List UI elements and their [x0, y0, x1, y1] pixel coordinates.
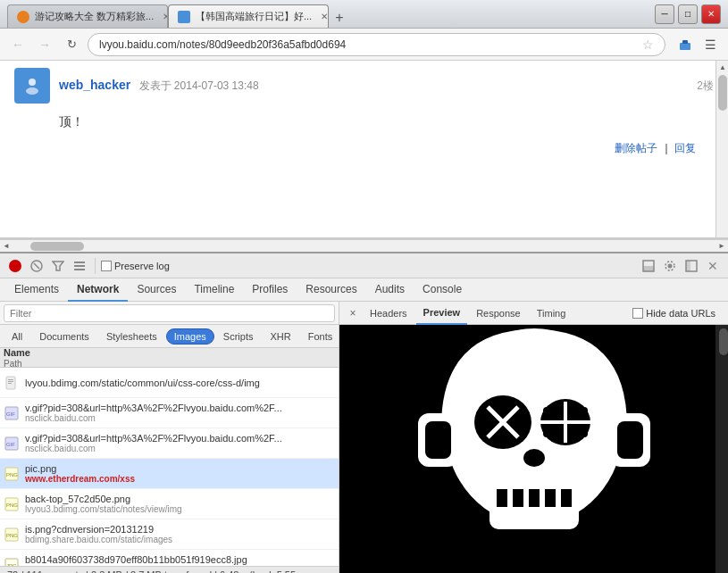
post-username: web_hacker — [59, 78, 130, 92]
filter-xhr[interactable]: XHR — [262, 328, 298, 345]
file-list[interactable]: lvyou.bdimg.com/static/common/ui/css-cor… — [0, 368, 339, 566]
file-info: v.gif?pid=308&url=http%3A%2F%2Flvyou.bai… — [25, 403, 335, 423]
devtools-settings-button[interactable] — [660, 256, 680, 276]
filter-scripts[interactable]: Scripts — [215, 328, 262, 345]
post-meta: web_hacker 发表于 2014-07-03 13:48 — [59, 78, 688, 94]
file-type-icon: JPG — [4, 557, 20, 567]
svg-rect-1 — [682, 40, 688, 44]
filter-fonts[interactable]: Fonts — [300, 328, 339, 345]
maximize-button[interactable]: □ — [678, 4, 698, 24]
filter-input[interactable] — [4, 304, 335, 322]
filter-stylesheets[interactable]: Stylesheets — [98, 328, 165, 345]
file-type-icon: PNG — [4, 527, 20, 543]
right-tab-response[interactable]: Response — [469, 302, 528, 325]
right-tab-preview[interactable]: Preview — [416, 302, 468, 325]
preserve-log-checkbox[interactable] — [101, 261, 112, 271]
right-tab-timing[interactable]: Timing — [530, 302, 573, 325]
preview-scrollbar[interactable] — [715, 325, 728, 573]
h-scroll-right[interactable]: ► — [715, 240, 728, 253]
record-dot-icon — [9, 260, 21, 272]
file-type-icon: PNG — [4, 496, 20, 512]
extensions-icon[interactable] — [674, 34, 696, 55]
file-info: back-top_57c2d50e.png lvyou3.bdimg.com/s… — [25, 494, 335, 514]
tab-timeline[interactable]: Timeline — [185, 278, 243, 302]
forward-button[interactable]: → — [34, 34, 55, 55]
list-item[interactable]: JPG b8014a90f603738d970eff80b11bb051f919… — [0, 550, 339, 566]
file-name: v.gif?pid=308&url=http%3A%2F%2Flvyou.bai… — [25, 403, 335, 413]
devtools-undock-button[interactable] — [682, 256, 701, 276]
filter-bar — [0, 302, 339, 325]
svg-rect-17 — [8, 379, 13, 380]
tab-1[interactable]: 游记攻略大全 数万精彩旅... ✕ — [7, 4, 168, 28]
record-button[interactable] — [5, 256, 25, 276]
svg-rect-42 — [490, 507, 579, 511]
post-posted-label: 发表于 — [139, 79, 172, 92]
settings-icon[interactable]: ☰ — [699, 34, 721, 55]
right-panel-close[interactable]: × — [345, 305, 361, 321]
file-info: v.gif?pid=308&url=http%3A%2F%2Flvyou.bai… — [25, 433, 335, 453]
clear-button[interactable] — [27, 256, 46, 276]
network-right-panel: × Headers Preview Response Timing — [339, 302, 728, 573]
filter-documents[interactable]: Documents — [31, 328, 97, 345]
h-scroll-track[interactable] — [13, 240, 715, 253]
post-time: 2014-07-03 13:48 — [174, 79, 259, 92]
right-tab-headers[interactable]: Headers — [363, 302, 414, 325]
list-item[interactable]: lvyou.bdimg.com/static/common/ui/css-cor… — [0, 368, 339, 398]
preserve-log-label: Preserve log — [114, 261, 170, 271]
list-item[interactable]: PNG pic.png www.etherdream.com/xss — [0, 459, 339, 489]
filter-all[interactable]: All — [4, 328, 30, 345]
devtools-close-button[interactable]: ✕ — [703, 256, 723, 276]
path-column-header: Path — [4, 359, 22, 369]
filter-images[interactable]: Images — [166, 328, 214, 345]
preserve-log-container: Preserve log — [101, 261, 170, 271]
page-scrollbar[interactable]: ▲ — [715, 61, 728, 237]
hide-data-urls-checkbox[interactable] — [632, 308, 643, 319]
svg-marker-6 — [53, 262, 63, 270]
svg-rect-7 — [74, 262, 85, 263]
tab-2-favicon — [178, 11, 190, 23]
reply-link[interactable]: 回复 — [674, 142, 696, 154]
h-scrollbar[interactable]: ◄ ► — [0, 239, 728, 252]
list-item[interactable]: PNG is.png?cdnversion=20131219 bdimg.sha… — [0, 519, 339, 550]
devtools-toolbar: Preserve log ✕ — [0, 253, 728, 278]
reload-button[interactable]: ↻ — [61, 34, 82, 55]
tab-resources[interactable]: Resources — [297, 278, 365, 302]
h-scroll-thumb[interactable] — [30, 242, 84, 251]
tab-sources[interactable]: Sources — [128, 278, 185, 302]
tab-audits[interactable]: Audits — [366, 278, 414, 302]
action-separator: ｜ — [661, 142, 672, 154]
devtools-dock-button[interactable] — [639, 256, 658, 276]
tab-2[interactable]: 【韩国高端旅行日记】好... ✕ — [168, 4, 329, 28]
back-button[interactable]: ← — [7, 34, 29, 55]
bookmark-star-icon[interactable]: ☆ — [642, 37, 654, 52]
file-info: b8014a90f603738d970eff80b11bb051f919ecc8… — [25, 554, 335, 566]
scroll-up-arrow[interactable]: ▲ — [716, 61, 728, 73]
tab-console[interactable]: Console — [414, 278, 471, 302]
h-scroll-left[interactable]: ◄ — [0, 240, 13, 253]
file-name: is.png?cdnversion=20131219 — [25, 524, 335, 535]
file-info: pic.png www.etherdream.com/xss — [25, 463, 335, 484]
list-view-button[interactable] — [70, 256, 89, 276]
delete-post-link[interactable]: 删除帖子 — [615, 142, 657, 154]
close-button[interactable]: ✕ — [701, 4, 721, 24]
tab-2-close[interactable]: ✕ — [321, 12, 328, 21]
url-box[interactable]: lvyou.baidu.com/notes/80d9eedb20f36a5afb… — [88, 33, 665, 56]
new-tab-button[interactable]: + — [329, 8, 350, 28]
svg-rect-11 — [643, 266, 654, 271]
file-name: back-top_57c2d50e.png — [25, 494, 335, 504]
svg-text:PNG: PNG — [6, 502, 18, 508]
tab-profiles[interactable]: Profiles — [243, 278, 297, 302]
scroll-thumb[interactable] — [718, 75, 727, 111]
file-type-icon: GIF — [4, 436, 20, 452]
tab-network[interactable]: Network — [68, 278, 128, 302]
filter-icon-button[interactable] — [48, 256, 68, 276]
list-item[interactable]: PNG back-top_57c2d50e.png lvyou3.bdimg.c… — [0, 489, 339, 519]
browser-window: 游记攻略大全 数万精彩旅... ✕ 【韩国高端旅行日记】好... ✕ + ─ □… — [0, 0, 728, 573]
svg-text:PNG: PNG — [6, 533, 18, 538]
network-left-panel: All Documents Stylesheets Images Scripts… — [0, 302, 339, 573]
svg-rect-46 — [617, 421, 643, 459]
minimize-button[interactable]: ─ — [655, 4, 674, 24]
list-item[interactable]: GIF v.gif?pid=308&url=http%3A%2F%2Flvyou… — [0, 428, 339, 459]
tab-elements[interactable]: Elements — [5, 278, 68, 302]
list-item[interactable]: GIF v.gif?pid=308&url=http%3A%2F%2Flvyou… — [0, 398, 339, 428]
